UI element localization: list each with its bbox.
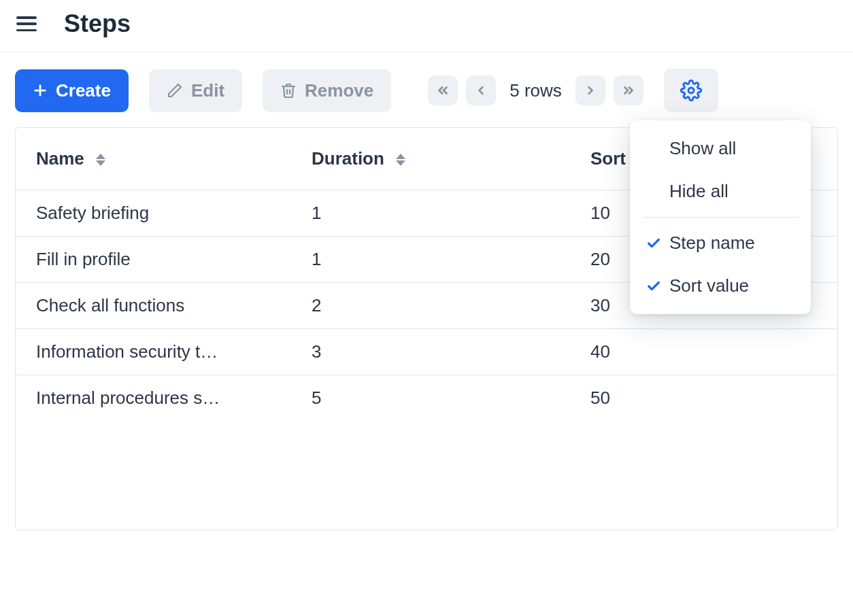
chevron-double-right-icon xyxy=(621,83,636,98)
column-header-label: Duration xyxy=(312,148,384,169)
cell-duration: 5 xyxy=(291,375,570,422)
cell-sort: 50 xyxy=(570,375,837,422)
chevron-left-icon xyxy=(474,84,488,97)
dropdown-item-label: Hide all xyxy=(669,181,729,202)
pager-first-button[interactable] xyxy=(428,75,458,105)
plus-icon xyxy=(33,83,48,98)
gear-icon xyxy=(680,80,702,101)
cell-name: Internal procedures s… xyxy=(16,375,291,422)
pager: 5 rows xyxy=(428,75,643,105)
edit-button-label: Edit xyxy=(191,80,224,101)
check-icon xyxy=(646,279,669,294)
table-row[interactable]: Information security t…340 xyxy=(16,329,837,375)
pencil-icon xyxy=(167,82,183,99)
cell-duration: 1 xyxy=(291,190,570,237)
table-row[interactable]: Internal procedures s…550 xyxy=(16,375,837,422)
dropdown-item-label: Show all xyxy=(669,138,736,159)
chevron-right-icon xyxy=(584,84,597,97)
remove-button-label: Remove xyxy=(305,80,373,101)
dropdown-item-label: Step name xyxy=(669,233,755,254)
column-settings-dropdown: Show all Hide all Step name Sort value xyxy=(630,120,811,314)
pager-info: 5 rows xyxy=(509,80,562,101)
create-button-label: Create xyxy=(56,80,111,101)
cell-name: Safety briefing xyxy=(16,190,291,237)
remove-button[interactable]: Remove xyxy=(263,69,391,112)
settings-button[interactable] xyxy=(664,69,718,112)
check-icon xyxy=(646,236,669,251)
dropdown-divider xyxy=(642,217,799,218)
sort-icon xyxy=(396,154,405,166)
cell-name: Check all functions xyxy=(16,283,291,329)
cell-name: Information security t… xyxy=(16,329,291,375)
trash-icon xyxy=(280,82,297,99)
dropdown-item-label: Sort value xyxy=(669,275,749,296)
pager-last-button[interactable] xyxy=(614,75,643,105)
cell-duration: 3 xyxy=(291,329,570,375)
column-header-name[interactable]: Name xyxy=(16,128,291,190)
create-button[interactable]: Create xyxy=(15,69,129,112)
pager-prev-button[interactable] xyxy=(466,75,496,105)
svg-point-2 xyxy=(688,88,694,93)
column-header-label: Name xyxy=(36,148,84,169)
chevron-double-left-icon xyxy=(435,83,450,98)
dropdown-step-name[interactable]: Step name xyxy=(630,222,811,264)
dropdown-sort-value[interactable]: Sort value xyxy=(630,264,811,307)
toolbar: Create Edit Remove 5 rows Show all xyxy=(0,52,853,127)
column-header-duration[interactable]: Duration xyxy=(291,128,570,190)
cell-sort: 40 xyxy=(570,329,837,375)
dropdown-show-all[interactable]: Show all xyxy=(630,127,811,170)
hamburger-menu-icon[interactable] xyxy=(16,16,37,31)
cell-duration: 1 xyxy=(291,237,570,283)
edit-button[interactable]: Edit xyxy=(149,69,242,112)
cell-duration: 2 xyxy=(291,283,570,329)
page-title: Steps xyxy=(64,10,131,38)
pager-next-button[interactable] xyxy=(575,75,605,105)
cell-name: Fill in profile xyxy=(16,237,291,283)
sort-icon xyxy=(96,154,105,166)
dropdown-hide-all[interactable]: Hide all xyxy=(630,170,811,213)
header: Steps xyxy=(0,0,853,52)
table-empty-space xyxy=(16,421,837,530)
